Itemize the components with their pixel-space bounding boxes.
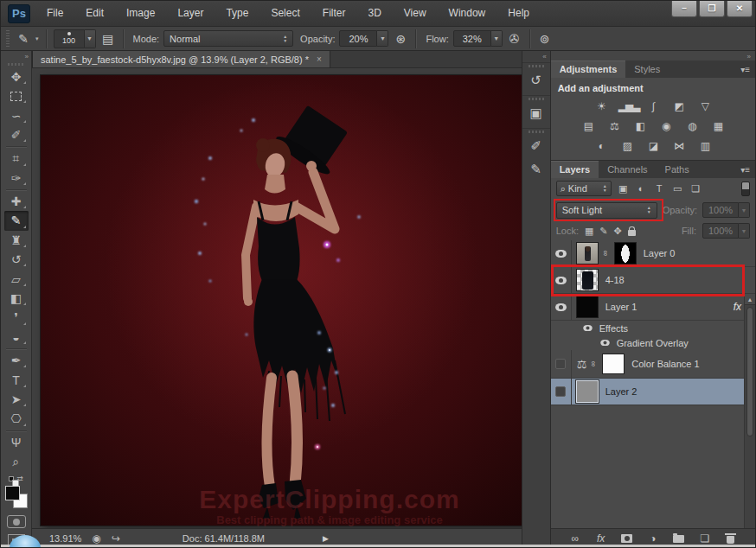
export-share-icon[interactable]: ↪	[112, 532, 120, 545]
status-options-arrow-icon[interactable]: ▶	[323, 534, 329, 543]
layer-name[interactable]: 4-18	[605, 275, 625, 285]
eye-icon[interactable]	[583, 325, 592, 331]
flow-value[interactable]: 32%	[453, 30, 491, 47]
shape-tool[interactable]: ⎔	[4, 409, 29, 428]
tab-channels[interactable]: Channels	[599, 161, 656, 178]
layer2-thumbnail[interactable]	[576, 380, 599, 403]
curves-icon[interactable]: ∫	[644, 99, 662, 113]
dodge-tool[interactable]: ◒	[4, 328, 29, 347]
visibility-cell[interactable]	[551, 350, 572, 378]
new-layer-icon[interactable]: ❏	[698, 532, 712, 545]
menu-3d[interactable]: 3D	[356, 1, 392, 26]
quick-selection-tool[interactable]: ✐	[4, 125, 29, 144]
layer-name[interactable]: Layer 2	[605, 386, 637, 397]
filter-adjustment-layers-icon[interactable]: ◐	[635, 183, 648, 194]
color-lookup-icon[interactable]: ▦	[709, 118, 727, 133]
scrollbar-thumb[interactable]	[746, 307, 753, 436]
toggle-brush-panel-icon[interactable]: ▤	[100, 30, 116, 48]
selective-color-icon[interactable]: ▥	[696, 138, 714, 153]
eraser-tool[interactable]: ▱	[4, 269, 29, 288]
levels-icon[interactable]: ▂▅▃	[618, 99, 636, 113]
lock-all-icon[interactable]	[628, 230, 636, 236]
hidden-visibility-checkbox[interactable]	[555, 386, 566, 397]
dock-grip[interactable]	[529, 65, 544, 67]
path-selection-tool[interactable]: ➤	[4, 390, 29, 409]
hand-tool[interactable]: Ψ	[4, 433, 29, 452]
effects-row[interactable]: Effects	[551, 321, 755, 335]
brush-presets-panel-icon[interactable]: ✎	[525, 159, 548, 180]
blend-mode-select[interactable]: Normal ▲▼	[163, 30, 293, 47]
layers-panel-menu-icon[interactable]: ▾≡	[740, 161, 755, 178]
hue-saturation-icon[interactable]: ▤	[580, 118, 597, 133]
zoom-level[interactable]: 13.91%	[49, 533, 81, 544]
black-white-icon[interactable]: ◧	[631, 118, 649, 133]
layer-row-layer1[interactable]: Layer 1 fx	[551, 294, 755, 321]
link-layers-icon[interactable]: ∞	[568, 532, 582, 545]
brightness-contrast-icon[interactable]: ☀	[593, 99, 610, 113]
minimize-button[interactable]: –	[671, 1, 697, 17]
spot-healing-brush-tool[interactable]: ✚	[4, 192, 29, 211]
opacity-control[interactable]: 20% ▼	[339, 30, 388, 47]
menu-select[interactable]: Select	[259, 1, 311, 26]
document-tab[interactable]: satine_5_by_faestock-d5hyx8v.jpg @ 13.9%…	[32, 51, 330, 67]
posterize-icon[interactable]: ▨	[618, 138, 636, 153]
zoom-tool[interactable]: ⌕	[4, 452, 29, 471]
gradient-map-icon[interactable]: ⋈	[670, 138, 688, 153]
hidden-visibility-checkbox[interactable]	[555, 359, 566, 369]
color-balance-mask-thumbnail[interactable]	[602, 354, 625, 374]
layer-row-layer2-selected[interactable]: Layer 2	[551, 379, 755, 405]
effects-label[interactable]: Effects	[599, 323, 628, 334]
menu-edit[interactable]: Edit	[74, 1, 115, 26]
layer1-thumbnail[interactable]	[576, 296, 599, 318]
eye-icon[interactable]	[555, 250, 567, 258]
history-panel-icon[interactable]: ↺	[525, 70, 548, 91]
tab-styles[interactable]: Styles	[625, 61, 669, 78]
layer-name[interactable]: Layer 0	[644, 248, 676, 258]
opacity-value[interactable]: 20%	[339, 30, 377, 47]
layers-scrollbar[interactable]: ▲	[744, 294, 755, 528]
flow-control[interactable]: 32% ▼	[453, 30, 503, 47]
proof-preview-icon[interactable]: ◉	[92, 532, 100, 545]
airbrush-icon[interactable]: ✇	[507, 30, 522, 48]
visibility-cell[interactable]	[551, 240, 572, 266]
rectangular-marquee-tool[interactable]	[4, 86, 29, 105]
gradient-tool[interactable]: ◧	[4, 289, 29, 308]
filter-pixel-layers-icon[interactable]: ▣	[617, 183, 630, 194]
layer-blend-mode-select[interactable]: Soft Light ▲▼	[556, 202, 657, 219]
tab-paths[interactable]: Paths	[657, 161, 698, 178]
exposure-icon[interactable]: ◩	[670, 99, 688, 113]
lasso-tool[interactable]: ∽	[4, 105, 29, 124]
color-swatches[interactable]	[5, 486, 28, 507]
layer-style-icon[interactable]: fx	[594, 532, 608, 545]
brush-preset-picker[interactable]: 100 ▼	[54, 29, 96, 48]
threshold-icon[interactable]: ◪	[644, 138, 662, 153]
move-tool[interactable]: ✥	[4, 67, 29, 86]
layer-row-color-balance[interactable]: ⚖ ∞ Color Balance 1	[551, 350, 755, 379]
eyedropper-tool[interactable]: ✑	[4, 169, 29, 188]
type-tool[interactable]: T	[4, 370, 29, 389]
eye-icon[interactable]	[555, 277, 567, 284]
options-bar-grip[interactable]	[6, 30, 10, 48]
close-button[interactable]: ✕	[727, 1, 753, 17]
mini-bridge-panel-icon[interactable]: ▣	[525, 103, 548, 124]
dock-grip[interactable]	[529, 98, 544, 100]
eye-icon[interactable]	[600, 340, 609, 346]
tab-layers[interactable]: Layers	[551, 161, 599, 178]
new-adjustment-layer-icon[interactable]: ◑	[646, 532, 660, 545]
vibrance-icon[interactable]: ▽	[696, 99, 714, 113]
menu-view[interactable]: View	[393, 1, 438, 26]
gradient-overlay-row[interactable]: Gradient Overlay	[551, 335, 755, 350]
layer0-mask-thumbnail[interactable]	[614, 242, 637, 264]
color-balance-icon[interactable]: ⚖	[605, 118, 623, 133]
filter-smart-objects-icon[interactable]: ❏	[689, 183, 702, 194]
panels-collapse-icon[interactable]: »	[551, 51, 755, 61]
pressure-size-icon[interactable]: ⊚	[537, 30, 553, 48]
adjustments-panel-menu-icon[interactable]: ▾≡	[740, 61, 755, 78]
pressure-opacity-icon[interactable]: ⊛	[393, 30, 408, 48]
layer-row-4-18[interactable]: 4-18	[551, 267, 755, 294]
quick-mask-button[interactable]	[7, 515, 26, 529]
default-swap-colors[interactable]: ⇄	[9, 475, 23, 483]
crop-tool[interactable]: ⌗	[4, 149, 29, 168]
menu-filter[interactable]: Filter	[311, 1, 357, 26]
delete-layer-icon[interactable]	[724, 533, 738, 544]
